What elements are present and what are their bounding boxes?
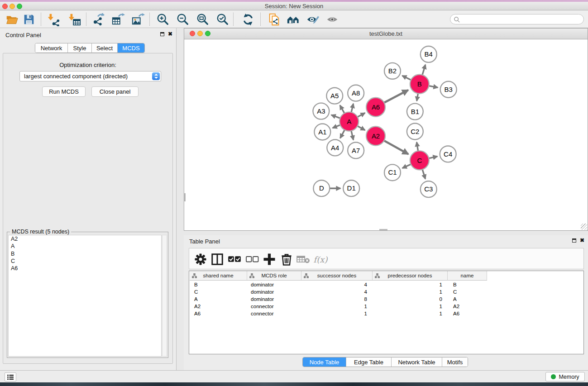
mcds-result-item[interactable]: C — [9, 257, 161, 265]
table-cell[interactable]: 4 — [301, 281, 367, 288]
import-table-icon[interactable] — [66, 12, 82, 27]
search-box — [450, 14, 584, 24]
toolbar-separator — [233, 13, 234, 26]
canvas-vertical-scroll-mark[interactable] — [184, 193, 186, 201]
search-input[interactable] — [462, 15, 580, 24]
table-cell[interactable]: 1 — [301, 310, 367, 317]
table-cell[interactable]: 1 — [373, 281, 442, 288]
new-network-from-selection-icon[interactable] — [266, 12, 282, 27]
node-label-C4: C4 — [444, 150, 452, 158]
tab-network[interactable]: Network — [35, 43, 68, 52]
toolbar-separator — [86, 13, 86, 26]
mcds-result-item[interactable]: A6 — [9, 265, 161, 272]
close-table-panel-icon[interactable]: ✖ — [580, 238, 584, 243]
import-network-icon[interactable] — [45, 12, 62, 27]
node-label-B3: B3 — [445, 86, 453, 93]
tab-network-table[interactable]: Network Table — [392, 357, 442, 367]
mcds-list-scrollbar[interactable] — [162, 235, 167, 357]
table-cell[interactable]: dominator — [251, 288, 301, 295]
tab-mcds[interactable]: MCDS — [118, 43, 144, 52]
zoom-selected-icon[interactable] — [215, 12, 231, 27]
window-title: Session: New Session — [0, 2, 588, 10]
table-cell[interactable]: dominator — [251, 295, 301, 303]
tab-select[interactable]: Select — [92, 43, 118, 52]
table-cell[interactable]: 1 — [373, 310, 442, 317]
table-cell[interactable]: 1 — [301, 303, 367, 310]
tab-node-table[interactable]: Node Table — [303, 357, 346, 367]
table-cell[interactable]: dominator — [251, 281, 301, 288]
delete-table-icon[interactable] — [296, 253, 310, 266]
table-cell[interactable]: A — [194, 295, 247, 303]
table-cell[interactable]: 1 — [373, 288, 442, 295]
tab-style[interactable]: Style — [68, 43, 92, 52]
table-cell[interactable]: C — [194, 288, 247, 295]
table-cell[interactable]: A2 — [194, 303, 247, 310]
table-cell[interactable]: B — [194, 281, 247, 288]
show-columns-icon[interactable] — [210, 253, 224, 266]
network-window-title: testGlobe.txt — [184, 29, 588, 39]
status-bar: Memory — [0, 370, 588, 382]
table-cell[interactable]: 4 — [301, 288, 367, 295]
mcds-result-item[interactable]: B — [9, 250, 161, 257]
tab-edge-table[interactable]: Edge Table — [346, 357, 392, 367]
table-cell[interactable]: C — [453, 288, 488, 295]
tab-motifs[interactable]: Motifs — [442, 357, 468, 367]
table-cell[interactable]: A2 — [453, 303, 488, 310]
column-header-name[interactable]: name — [448, 271, 487, 281]
zoom-in-icon[interactable] — [155, 12, 171, 27]
column-header-predecessor-nodes[interactable]: predecessor nodes — [373, 271, 448, 281]
column-header-shared-name[interactable]: shared name — [190, 271, 247, 281]
column-header-MCDS-role[interactable]: MCDS role — [247, 271, 301, 281]
network-graph[interactable]: B4B2BB3A8A5A6A3B1AC2A1A2A4A7C4CC1DD1C3 — [184, 39, 588, 230]
node-label-B1: B1 — [411, 108, 419, 115]
table-cell[interactable]: 8 — [301, 295, 367, 303]
export-network-icon[interactable] — [91, 12, 107, 27]
hide-selected-icon[interactable] — [305, 12, 321, 27]
column-header-successor-nodes[interactable]: successor nodes — [301, 271, 373, 281]
task-history-button[interactable] — [5, 372, 16, 381]
node-label-A6: A6 — [372, 103, 380, 111]
table-cell[interactable]: A6 — [453, 310, 488, 317]
mcds-result-title: MCDS result (5 nodes) — [10, 229, 71, 235]
mcds-result-list[interactable]: A2ABCA6 — [8, 235, 162, 357]
export-table-icon[interactable] — [110, 12, 126, 27]
delete-columns-icon[interactable] — [280, 253, 293, 266]
table-cell[interactable]: A — [453, 295, 488, 303]
zoom-out-icon[interactable] — [175, 12, 191, 27]
close-panel-icon[interactable]: ✖ — [168, 32, 172, 36]
zoom-fit-icon[interactable] — [195, 12, 211, 27]
add-column-icon[interactable] — [263, 253, 276, 266]
export-image-icon[interactable] — [130, 12, 146, 27]
table-cell[interactable]: 1 — [373, 303, 442, 310]
open-file-icon[interactable] — [4, 12, 20, 27]
run-mcds-button[interactable]: Run MCDS — [42, 86, 86, 97]
table-panel: Table Panel ✖ — [184, 235, 588, 370]
table-options-gear-icon[interactable] — [194, 253, 207, 266]
show-all-icon[interactable] — [324, 12, 340, 27]
canvas-horizontal-scroll-mark[interactable] — [379, 229, 387, 230]
node-label-A4: A4 — [331, 144, 339, 152]
table-cell[interactable]: A6 — [194, 310, 247, 317]
table-cell[interactable]: connector — [251, 303, 301, 310]
memory-button[interactable]: Memory — [545, 372, 585, 381]
first-neighbors-icon[interactable] — [285, 12, 301, 27]
network-canvas[interactable]: B4B2BB3A8A5A6A3B1AC2A1A2A4A7C4CC1DD1C3 — [184, 39, 588, 230]
network-window-titlebar: testGlobe.txt — [184, 29, 588, 39]
node-label-A7: A7 — [352, 147, 360, 154]
table-cell[interactable]: connector — [251, 310, 301, 317]
window-resize-grip[interactable] — [581, 224, 587, 230]
function-builder-icon[interactable]: f(x) — [311, 253, 330, 266]
float-panel-icon[interactable] — [160, 32, 164, 36]
save-session-icon[interactable] — [21, 12, 37, 27]
criterion-select[interactable]: largest connected component (directed) — [19, 71, 161, 81]
refresh-icon[interactable] — [240, 12, 256, 27]
mcds-result-item[interactable]: A2 — [9, 235, 161, 243]
deselect-all-checks-icon[interactable] — [245, 253, 259, 266]
node-label-D1: D1 — [347, 184, 356, 192]
table-cell[interactable]: B — [453, 281, 488, 288]
close-panel-button[interactable]: Close panel — [91, 86, 139, 97]
mcds-result-item[interactable]: A — [9, 243, 161, 250]
float-table-panel-icon[interactable] — [572, 238, 576, 243]
table-cell[interactable]: 0 — [373, 295, 442, 303]
select-all-checks-icon[interactable] — [228, 253, 241, 266]
